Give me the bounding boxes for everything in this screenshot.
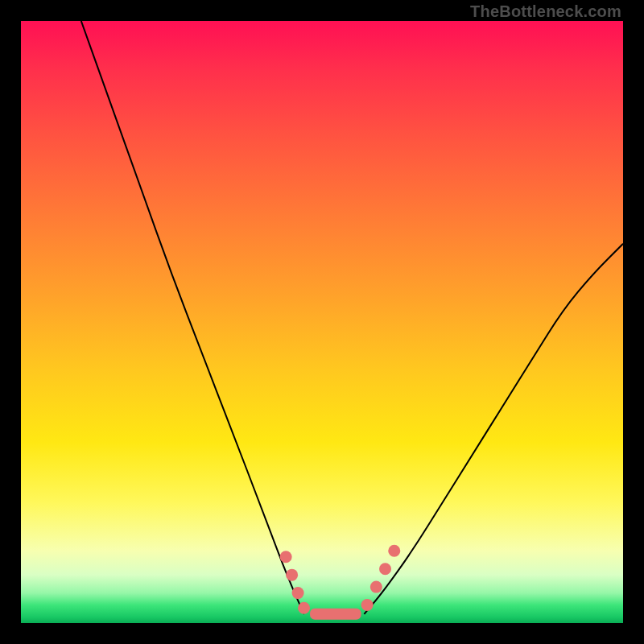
curve-marker xyxy=(280,551,292,563)
curve-marker xyxy=(286,569,298,581)
curve-left xyxy=(81,21,304,614)
curve-marker xyxy=(370,581,382,593)
bottom-pill-marker xyxy=(310,609,361,620)
curve-marker xyxy=(388,545,400,557)
curve-marker xyxy=(292,587,304,599)
curve-svg xyxy=(21,21,623,623)
curve-marker xyxy=(379,563,391,575)
curve-marker xyxy=(361,599,374,611)
curve-right xyxy=(364,244,623,614)
plot-area xyxy=(21,21,623,623)
markers-left-group xyxy=(280,551,310,614)
watermark-text: TheBottleneck.com xyxy=(470,2,621,21)
chart-frame: TheBottleneck.com xyxy=(0,0,644,644)
curve-marker xyxy=(298,602,310,614)
markers-right-group xyxy=(361,545,401,611)
